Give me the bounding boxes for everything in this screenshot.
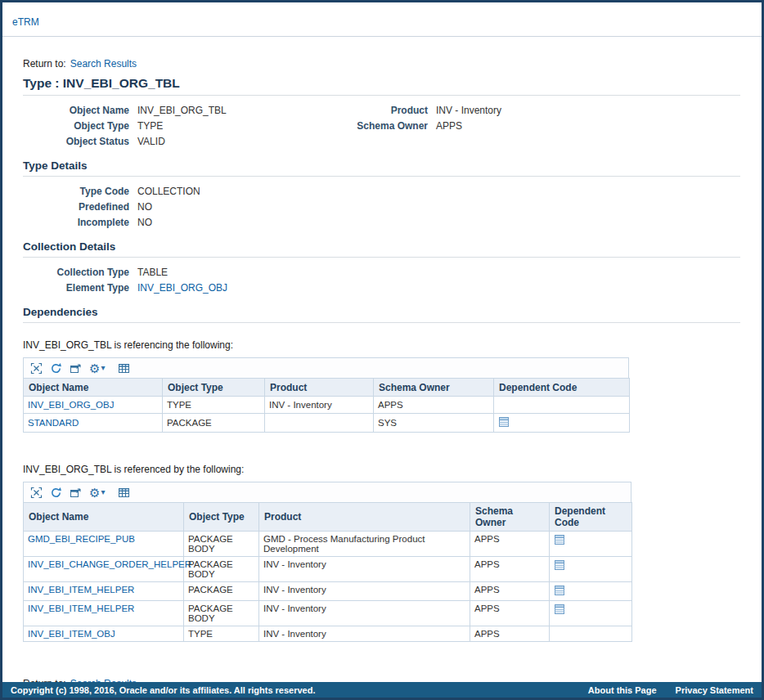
table-row: INV_EBI_ITEM_HELPER PACKAGE BODY INV - I…: [24, 601, 632, 626]
object-name-cell: INV_EBI_ITEM_HELPER: [24, 601, 184, 626]
dependent-code-icon[interactable]: [498, 416, 510, 429]
object-type-cell: PACKAGE: [184, 582, 259, 601]
select-all-icon[interactable]: [30, 487, 43, 499]
table-row: INV_EBI_ORG_OBJ TYPE INV - Inventory APP…: [24, 397, 630, 414]
object-name-cell: INV_EBI_CHANGE_ORDER_HELPER: [24, 557, 184, 582]
predefined-value: NO: [137, 201, 740, 213]
object-type-cell: TYPE: [163, 397, 265, 414]
schema-owner-cell: APPS: [374, 397, 494, 414]
product-label: Product: [342, 105, 436, 117]
object-link[interactable]: INV_EBI_ITEM_HELPER: [28, 585, 134, 595]
referencing-table-block: ⚙▾ Object Name Object Type Product Schem…: [23, 357, 629, 433]
privacy-statement-link[interactable]: Privacy Statement: [676, 685, 753, 695]
product-cell: INV - Inventory: [259, 582, 470, 601]
type-details-heading: Type Details: [23, 159, 740, 177]
dependent-code-icon[interactable]: [554, 534, 565, 547]
dependent-code-icon[interactable]: [554, 559, 565, 572]
collection-type-value: TABLE: [137, 267, 740, 279]
table-header-row: Object Name Object Type Product Schema O…: [24, 379, 630, 397]
object-name-cell: STANDARD: [24, 414, 163, 433]
dependent-code-cell: [494, 414, 630, 433]
object-info: Object Name INV_EBI_ORG_TBL Product INV …: [23, 105, 740, 148]
col-product: Product: [259, 503, 470, 532]
app-header: eTRM: [2, 2, 762, 37]
dependent-code-cell: [550, 626, 632, 642]
detach-icon[interactable]: [70, 362, 82, 375]
referenced-by-caption: INV_EBI_ORG_TBL is referenced by the fol…: [23, 464, 740, 475]
schema-owner-value: APPS: [436, 120, 740, 132]
object-link[interactable]: INV_EBI_CHANGE_ORDER_HELPER: [28, 559, 191, 569]
referencing-caption: INV_EBI_ORG_TBL is referencing the follo…: [23, 339, 740, 351]
col-dependent-code: Dependent Code: [550, 503, 632, 532]
table-row: GMD_EBI_RECIPE_PUB PACKAGE BODY GMD - Pr…: [24, 532, 632, 557]
product-cell: INV - Inventory: [265, 397, 374, 414]
etrm-home-link[interactable]: eTRM: [12, 16, 39, 28]
copyright-text: Copyright (c) 1998, 2016, Oracle and/or …: [11, 685, 316, 695]
referenced-by-toolbar: ⚙▾: [23, 482, 631, 503]
type-code-label: Type Code: [23, 186, 137, 198]
schema-owner-cell: APPS: [470, 582, 550, 601]
object-link[interactable]: INV_EBI_ITEM_HELPER: [28, 604, 134, 613]
refresh-icon[interactable]: [50, 362, 62, 375]
object-name-cell: INV_EBI_ORG_OBJ: [24, 397, 163, 414]
freeze-columns-icon[interactable]: [118, 362, 130, 375]
col-object-type: Object Type: [184, 503, 259, 532]
incomplete-label: Incomplete: [23, 217, 137, 229]
object-link[interactable]: INV_EBI_ITEM_OBJ: [28, 629, 115, 639]
referenced-by-table: Object Name Object Type Product Schema O…: [23, 502, 632, 642]
refresh-icon[interactable]: [50, 487, 62, 499]
dependent-code-icon[interactable]: [554, 604, 565, 617]
object-type-label: Object Type: [23, 120, 137, 132]
page-title: Type : INV_EBI_ORG_TBL: [23, 76, 740, 96]
schema-owner-cell: APPS: [470, 557, 550, 582]
referenced-by-table-block: ⚙▾ Object Name Object Type Product Schem…: [23, 482, 631, 642]
gear-icon: ⚙: [89, 362, 100, 375]
dependencies-heading: Dependencies: [23, 306, 740, 323]
collection-type-label: Collection Type: [23, 267, 137, 279]
select-all-icon[interactable]: [30, 362, 43, 375]
object-link[interactable]: STANDARD: [28, 418, 79, 428]
search-results-link[interactable]: Search Results: [70, 58, 137, 70]
product-cell: INV - Inventory: [259, 557, 470, 582]
object-name-value: INV_EBI_ORG_TBL: [137, 105, 342, 117]
object-name-cell: GMD_EBI_RECIPE_PUB: [24, 532, 184, 557]
dependent-code-cell: [550, 601, 632, 626]
object-link[interactable]: GMD_EBI_RECIPE_PUB: [28, 534, 135, 544]
dependent-code-cell: [550, 582, 632, 601]
referencing-table: Object Name Object Type Product Schema O…: [23, 378, 630, 433]
dependent-code-icon[interactable]: [554, 585, 565, 598]
object-type-cell: PACKAGE BODY: [184, 557, 259, 582]
schema-owner-cell: APPS: [470, 626, 550, 642]
object-type-cell: PACKAGE: [163, 414, 265, 433]
incomplete-value: NO: [137, 217, 740, 229]
schema-owner-cell: APPS: [470, 601, 550, 626]
type-details: Type Code COLLECTION Predefined NO Incom…: [23, 186, 740, 229]
table-row: STANDARD PACKAGE SYS: [24, 414, 630, 433]
element-type-label: Element Type: [23, 282, 137, 294]
table-row: INV_EBI_CHANGE_ORDER_HELPER PACKAGE BODY…: [24, 557, 632, 582]
object-type-value: TYPE: [137, 120, 342, 132]
return-to-top: Return to:Search Results: [23, 58, 740, 70]
about-this-page-link[interactable]: About this Page: [588, 685, 657, 695]
product-cell: GMD - Process Manufacturing Product Deve…: [259, 532, 470, 557]
return-to-label: Return to:: [23, 58, 66, 70]
object-status-value: VALID: [137, 136, 342, 148]
gear-menu-icon[interactable]: ⚙▾: [89, 487, 105, 499]
col-schema-owner: Schema Owner: [470, 503, 550, 532]
detach-icon[interactable]: [70, 487, 82, 499]
object-name-cell: INV_EBI_ITEM_HELPER: [24, 582, 184, 601]
referencing-toolbar: ⚙▾: [23, 357, 629, 379]
product-cell: [265, 414, 374, 433]
dependent-code-cell: [550, 557, 632, 582]
product-cell: INV - Inventory: [259, 601, 470, 626]
object-type-cell: PACKAGE BODY: [184, 532, 259, 557]
object-name-label: Object Name: [23, 105, 137, 117]
col-object-name: Object Name: [24, 379, 163, 397]
collection-details-heading: Collection Details: [23, 240, 740, 258]
gear-menu-icon[interactable]: ⚙▾: [89, 362, 105, 375]
type-code-value: COLLECTION: [137, 186, 740, 198]
freeze-columns-icon[interactable]: [118, 487, 130, 499]
object-link[interactable]: INV_EBI_ORG_OBJ: [28, 400, 114, 410]
element-type-link[interactable]: INV_EBI_ORG_OBJ: [137, 282, 227, 294]
col-dependent-code: Dependent Code: [494, 379, 630, 397]
